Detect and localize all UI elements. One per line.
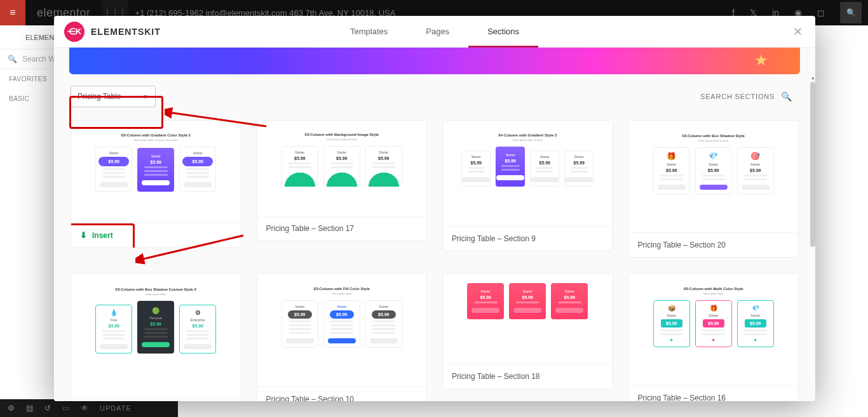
settings-icon[interactable]: ⚙ (8, 404, 15, 413)
section-card[interactable]: Starter$5.99 Starter$5.99 Starter$5.99 P… (442, 273, 613, 389)
card-title: Pricing Table – Section 18 (443, 364, 613, 388)
update-button[interactable]: UPDATE (100, 404, 132, 412)
search-sections: 🔍 (679, 91, 792, 102)
section-card[interactable]: 04-Column with Gradient Style 2 lorem ip… (442, 120, 613, 251)
scrollbar-thumb[interactable] (810, 82, 815, 247)
section-card[interactable]: 03-Column with Gradient Color Style 2 lo… (71, 120, 241, 248)
history-icon[interactable]: ↺ (44, 404, 51, 413)
navigator-icon[interactable]: ▤ (26, 404, 33, 413)
editor-bottombar: ⚙ ▤ ↺ ▭ 👁 UPDATE (0, 399, 178, 417)
card-title: Pricing Table – Section 22 (71, 398, 241, 401)
search-sections-input[interactable] (679, 93, 775, 100)
card-title: Pricing Table – Section 9 (443, 226, 613, 251)
section-card[interactable]: 03-Column with Box Shadow Style lorem ip… (628, 120, 799, 258)
close-icon[interactable]: ✕ (789, 21, 806, 43)
hamburger-icon[interactable]: ≡ (0, 0, 25, 25)
promo-banner[interactable] (69, 48, 800, 74)
tab-pages[interactable]: Pages (407, 16, 468, 47)
section-card[interactable]: 03-Column with Multi Color Style lorem i… (628, 273, 799, 401)
insert-label: Insert (92, 231, 113, 240)
tab-sections[interactable]: Sections (468, 16, 538, 47)
insert-button[interactable]: ⬇ Insert (71, 222, 241, 248)
section-card[interactable]: 03-Column with Box Shadow Custom Style 2… (71, 273, 241, 401)
card-title: Pricing Table – Section 20 (629, 232, 799, 257)
category-filter-select[interactable]: Pricing Table ▼ (71, 86, 156, 107)
chevron-down-icon: ▼ (142, 93, 149, 100)
section-card[interactable]: 03-Column with Fill Color Style lorem ip… (257, 273, 428, 401)
card-title: Pricing Table – Section 16 (629, 385, 799, 401)
tab-templates[interactable]: Templates (331, 16, 407, 47)
instagram-icon[interactable]: ◻ (817, 8, 825, 18)
card-title: Pricing Table – Section 17 (257, 216, 427, 241)
sections-grid: 03-Column with Gradient Color Style 2 lo… (54, 112, 815, 401)
modal-header: ⋲K ELEMENTSKIT Templates Pages Sections … (54, 16, 815, 48)
modal-brand-text: ELEMENTSKIT (91, 27, 161, 37)
search-icon: 🔍 (8, 55, 17, 63)
search-icon[interactable]: 🔍 (781, 91, 792, 102)
filter-selected-value: Pricing Table (78, 92, 121, 101)
modal-body: ▴ Pricing Table ▼ 🔍 03-Colum (54, 48, 815, 401)
elementskit-logo-icon: ⋲K (64, 22, 85, 42)
preview-icon[interactable]: 👁 (81, 404, 88, 413)
scroll-up-arrow-icon[interactable]: ▴ (811, 74, 815, 81)
download-icon: ⬇ (80, 230, 87, 240)
section-card[interactable]: 03-Column with Background Image Style lo… (257, 120, 428, 241)
filter-row: Pricing Table ▼ 🔍 (54, 74, 815, 112)
responsive-icon[interactable]: ▭ (62, 404, 69, 413)
template-library-modal: ⋲K ELEMENTSKIT Templates Pages Sections … (54, 16, 815, 401)
topbar-search-button[interactable]: 🔍 (840, 2, 862, 23)
modal-nav-tabs: Templates Pages Sections (331, 16, 538, 47)
card-title: Pricing Table – Section 10 (257, 387, 427, 401)
